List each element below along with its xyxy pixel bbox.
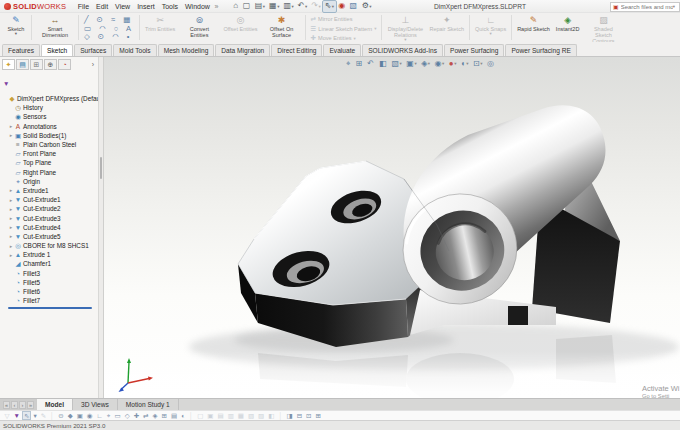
separator[interactable]: │ xyxy=(50,412,55,419)
dropdown-caret-icon[interactable]: ▾ xyxy=(369,4,371,9)
print-icon[interactable]: ▥ ▾ xyxy=(282,1,295,12)
quick-snaps-button[interactable]: ∟ Quick Snaps ▾ xyxy=(472,13,509,42)
ribbon-tab[interactable]: Mold Tools xyxy=(113,44,156,56)
dropdown-caret-icon[interactable]: ▾ xyxy=(305,4,307,9)
configurationmanager-tab[interactable]: ⊞ xyxy=(30,59,43,70)
ribbon-tab[interactable]: Power Surfacing xyxy=(444,44,504,56)
separator[interactable] xyxy=(469,15,470,40)
filter-planes-icon[interactable]: ▭ xyxy=(114,412,121,419)
undo-icon[interactable]: ↶ ▾ xyxy=(296,1,308,12)
filter-edges-icon[interactable]: ◆ xyxy=(67,412,73,419)
dropdown-caret-icon[interactable]: ▾ xyxy=(480,61,482,66)
tree-item[interactable]: ◔ Fillet6 xyxy=(8,287,98,296)
search-input[interactable] xyxy=(619,4,673,10)
ribbon-tab[interactable]: Evaluate xyxy=(323,44,361,56)
search-box[interactable]: ▣ ▾ xyxy=(610,2,680,12)
selection-filter-icon[interactable]: ▢ xyxy=(197,412,204,419)
separator[interactable]: │ xyxy=(189,412,194,419)
instant2d-button[interactable]: ◈ Instant2D xyxy=(553,13,583,42)
filter-solid-bodies-icon[interactable]: ◉ xyxy=(86,412,93,419)
filter-blocks-icon[interactable]: ◐ xyxy=(181,412,186,419)
quick-filter-icon[interactable]: ⊡ xyxy=(306,412,312,419)
dropdown-caret-icon[interactable]: ▾ xyxy=(332,4,334,9)
tree-item[interactable]: ◔ Fillet3 xyxy=(8,269,98,278)
filter-vertices-icon[interactable]: ⊙ xyxy=(58,412,64,419)
section-view-icon[interactable]: ◧ xyxy=(379,59,387,68)
filter-annotations-icon[interactable]: ✚ xyxy=(133,412,139,419)
separator[interactable] xyxy=(305,15,306,40)
file-properties-icon[interactable]: ▧ xyxy=(348,1,359,12)
select-cursor-icon[interactable]: ⇖ ▾ xyxy=(323,1,335,12)
document-tab[interactable]: Model xyxy=(37,399,73,410)
dropdown-caret-icon[interactable]: ▾ xyxy=(15,32,17,37)
tree-item[interactable]: ▱ Top Plane xyxy=(8,158,98,167)
repair-sketch-button[interactable]: ✦ Repair Sketch xyxy=(426,13,467,42)
ribbon-tab[interactable]: SOLIDWORKS Add-Ins xyxy=(362,44,443,56)
previous-view-icon[interactable]: ↶ xyxy=(367,59,374,68)
pattern-tools-stack[interactable]: ⇄Mirror Entities ☰Linear Sketch Pattern▾… xyxy=(308,13,380,42)
selection-filter-icon[interactable]: ▤ xyxy=(217,412,224,419)
view-orientation-icon[interactable]: ▣ ▾ xyxy=(406,59,416,68)
selection-filter-icon[interactable]: ▧ xyxy=(247,412,254,419)
selection-filter-icon[interactable]: ◧ xyxy=(268,412,275,419)
model-3d[interactable] xyxy=(104,57,680,398)
dropdown-caret-icon[interactable]: ▾ xyxy=(428,61,430,66)
display-style-icon[interactable]: ◈ ▾ xyxy=(421,59,430,68)
separator[interactable] xyxy=(381,15,382,40)
dimxpertmanager-tab[interactable]: ⊕ xyxy=(44,59,57,70)
ribbon-tab[interactable]: Power Surfacing RE xyxy=(505,44,576,56)
separator[interactable] xyxy=(139,15,140,40)
tree-item[interactable]: ◷ History xyxy=(8,103,98,112)
dropdown-caret-icon[interactable]: ▾ xyxy=(414,61,416,66)
sketch-entities-grid[interactable]: ╱ ⊙ ≈ ▦ ▭ ◠ ○ A ◇ ⊙ ◠ • xyxy=(81,13,137,42)
offset-entities-button[interactable]: ◎ Offset Entities xyxy=(220,13,260,42)
tree-item[interactable]: ▱ Right Plane xyxy=(8,168,98,177)
ribbon-tab[interactable]: Direct Editing xyxy=(271,44,322,56)
ribbon-tab[interactable]: Mesh Modeling xyxy=(158,44,215,56)
featuremanager-tab[interactable]: ✦ xyxy=(2,59,15,70)
tree-item[interactable]: ▸ ▼ Cut-Extrude4 xyxy=(8,223,98,232)
tree-item[interactable]: ▸ ▲ Extrude 1 xyxy=(8,250,98,259)
scroll-first-icon[interactable]: « xyxy=(3,401,10,409)
redo-icon[interactable]: ↷ ▾ xyxy=(310,1,322,12)
select-caret-icon[interactable]: ▾ xyxy=(33,412,37,419)
scroll-prev-icon[interactable]: ‹ xyxy=(11,401,18,409)
panel-expand-chevron-icon[interactable]: › xyxy=(92,61,96,68)
home-icon[interactable]: ⌂ xyxy=(232,1,240,12)
new-document-icon[interactable]: ▢ xyxy=(241,1,252,12)
menu-item[interactable]: View xyxy=(115,3,130,10)
zoom-to-fit-icon[interactable]: ⌖ xyxy=(346,59,351,68)
document-tab[interactable]: 3D Views xyxy=(73,399,118,410)
filter-faces-icon[interactable]: ▣ xyxy=(76,412,83,419)
trim-entities-button[interactable]: ✂ Trim Entities xyxy=(142,13,178,42)
scroll-last-icon[interactable]: » xyxy=(27,401,34,409)
separator[interactable] xyxy=(78,15,79,40)
filter-points-icon[interactable]: ⌖ xyxy=(106,412,111,419)
rebuild-icon[interactable]: ◉ xyxy=(337,1,347,12)
ribbon-small-button[interactable]: ⇄Mirror Entities xyxy=(311,15,377,23)
ribbon-tab[interactable]: Data Migration xyxy=(215,44,270,56)
ribbon-tab[interactable]: Features xyxy=(2,44,40,56)
filter-surface-bodies-icon[interactable]: ◈ xyxy=(152,412,158,419)
apply-scene-icon[interactable]: ◐ ▾ xyxy=(461,59,469,68)
filter-axes-icon[interactable]: ∟ xyxy=(96,412,103,419)
ribbon-tab[interactable]: Sketch xyxy=(41,44,73,56)
splitter-handle[interactable] xyxy=(100,157,102,179)
camera-globe-icon[interactable]: ◎ xyxy=(487,59,494,68)
dropdown-caret-icon[interactable]: ▾ xyxy=(277,4,279,9)
displaymanager-tab[interactable]: ◔ xyxy=(58,59,71,70)
save-icon[interactable]: ▦ ▾ xyxy=(268,1,281,12)
hide-show-items-icon[interactable]: ◉ ▾ xyxy=(435,59,445,68)
tree-item[interactable]: ▸ ▼ Cut-Extrude5 xyxy=(8,232,98,241)
filter-mesh-icon[interactable]: ⊞ xyxy=(161,412,167,419)
offset-on-surface-button[interactable]: ✱ Offset On Surface xyxy=(261,13,303,42)
zoom-to-area-icon[interactable]: ⊞ xyxy=(356,59,363,68)
edit-appearance-icon[interactable]: ● ▾ xyxy=(449,59,457,68)
dropdown-caret-icon[interactable]: ▾ xyxy=(442,61,444,66)
filter-active-icon[interactable]: ▼ xyxy=(13,412,20,419)
tree-item[interactable]: ▸ ▲ Extrude1 xyxy=(8,186,98,195)
separator[interactable] xyxy=(511,15,512,40)
view-settings-icon[interactable]: ⊡ ▾ xyxy=(473,59,482,68)
separator[interactable]: │ xyxy=(278,412,283,419)
tree-item[interactable]: ▸ ▼ Cut-Extrude3 xyxy=(8,213,98,222)
